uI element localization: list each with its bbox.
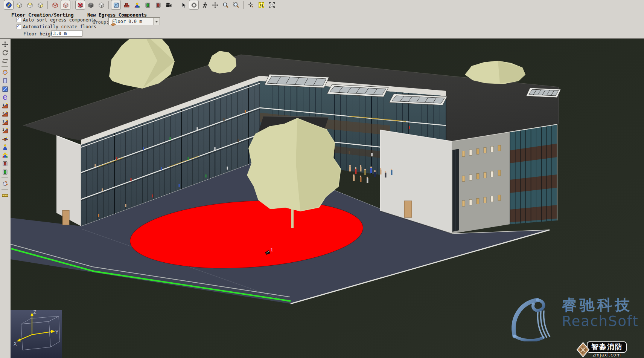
camera-icon [166, 2, 172, 8]
pan-view-button [1, 40, 9, 48]
view-side-button[interactable] [35, 0, 45, 10]
rectangle-room-tool-button[interactable] [1, 76, 9, 85]
svg-text:2: 2 [2, 111, 4, 115]
stairs-two-point-tool-button[interactable]: 2 [1, 110, 9, 118]
stairs-one-point-tool-button[interactable]: 1 [1, 101, 9, 110]
bricks-icon [123, 2, 130, 8]
auto-floors-checkbox-box[interactable] [17, 24, 21, 29]
orbit-tool-button[interactable] [189, 0, 199, 10]
zoom-extents-button[interactable] [267, 0, 277, 10]
ramp-one-point-tool-button[interactable]: 1 [1, 118, 9, 126]
ramp-1-icon: 1 [2, 119, 8, 125]
show-obstructions-button[interactable] [122, 0, 131, 10]
extrude-tool-button[interactable] [1, 93, 9, 101]
left-end-wall [56, 136, 81, 226]
show-exit-doors-button[interactable] [143, 0, 152, 10]
ribbon: Floor Creation/Sorting Auto sort egress … [0, 11, 644, 39]
zoom-all-button[interactable] [256, 0, 266, 10]
wireframe-cube-icon [52, 2, 58, 8]
door-red-icon [155, 2, 161, 8]
polygon-icon [2, 69, 8, 76]
view-rotate-icon [6, 2, 12, 8]
vendor-badge-text: 智淼消防 [587, 341, 627, 353]
toolbar-separator [176, 1, 176, 9]
door-tool-button[interactable] [1, 159, 9, 168]
rectangle-icon [2, 78, 8, 84]
zoom-tool-button[interactable] [221, 0, 230, 10]
people-icon [134, 2, 140, 8]
toolbar-separator [2, 189, 8, 190]
thin-room-tool-button[interactable] [1, 85, 9, 93]
cube-light-icon [98, 2, 105, 8]
axis-z-label: Z [33, 309, 36, 315]
measure-tool-button[interactable] [1, 191, 9, 199]
show-light-solid-button[interactable] [96, 0, 106, 10]
right-building [380, 124, 557, 234]
ruler-icon [2, 192, 8, 199]
left-toolbar: 1212 [0, 39, 10, 358]
view-front-button[interactable] [14, 0, 24, 10]
select-arrow-icon [180, 2, 187, 8]
walk-tool-button[interactable] [199, 0, 209, 10]
prism-icon [2, 94, 8, 101]
toolbar-separator [108, 1, 109, 9]
zoom-box-tool-button[interactable] [231, 0, 241, 10]
crosshair-magnifier-icon [248, 2, 254, 8]
door-red-icon [2, 161, 8, 167]
occupant-tool-button[interactable] [1, 143, 9, 151]
stairs-1-icon: 1 [2, 103, 8, 109]
scene-3d: 1 [11, 39, 644, 358]
occupant-region-tool-button[interactable] [1, 135, 9, 143]
camera-views-button[interactable] [164, 0, 174, 10]
person-group-icon [2, 152, 8, 159]
wireframe-mode-button[interactable] [50, 0, 60, 10]
axis-gizmo: Z Y X [11, 309, 62, 358]
select-tool-button[interactable] [178, 0, 188, 10]
view-front-icon [16, 2, 23, 8]
edit-vertices-tool-button[interactable] [1, 179, 9, 188]
floor-panel-title: Floor Creation/Sorting [11, 12, 74, 18]
show-glass-button[interactable] [111, 0, 121, 10]
show-doors-button[interactable] [153, 0, 163, 10]
group-combobox[interactable]: Floor 0.0 m [108, 17, 160, 25]
door-green-icon [2, 169, 8, 175]
show-occupants-button[interactable] [132, 0, 142, 10]
solid-mode-button[interactable] [61, 0, 70, 10]
svg-text:1: 1 [2, 119, 4, 123]
orbit-icon [191, 2, 197, 8]
viewport-3d[interactable]: 1 [11, 39, 644, 358]
person-icon [2, 144, 8, 150]
show-dark-solid-button[interactable] [86, 0, 96, 10]
vendor-badge-domain: zmjaxf.com [592, 352, 621, 358]
view-top-button[interactable] [25, 0, 35, 10]
auto-sort-checkbox-box[interactable] [17, 18, 21, 22]
pan-icon [212, 2, 218, 8]
exit-door-tool-button[interactable] [1, 168, 9, 176]
hide-objects-button[interactable] [75, 0, 85, 10]
rotate-arrow-icon [2, 49, 8, 56]
svg-text:1: 1 [2, 103, 4, 106]
pan-tool-button[interactable] [210, 0, 220, 10]
auto-sort-checkbox[interactable]: Auto sort egress components [17, 17, 96, 23]
group-label: Group: [93, 20, 109, 25]
magnifier-box-icon [233, 2, 239, 8]
rotate-view-button [1, 48, 9, 57]
view-top-icon [27, 2, 33, 8]
combo-dropdown-arrow[interactable] [153, 18, 160, 25]
ramp-two-point-tool-button[interactable]: 2 [1, 126, 9, 135]
polygon-room-tool-button[interactable] [1, 68, 9, 76]
auto-sort-checkbox-label: Auto sort egress components [23, 17, 96, 23]
axis-x-label: X [14, 341, 17, 347]
glass-slash-icon [2, 86, 8, 92]
view-rotate-button[interactable] [4, 0, 14, 10]
svg-text:2: 2 [2, 128, 4, 131]
occupant-region-icon [2, 136, 8, 142]
stairs-2-icon: 2 [2, 111, 8, 117]
occupant-group-tool-button[interactable] [1, 151, 9, 159]
ramp-2-icon: 2 [2, 127, 8, 134]
zoom-point-button[interactable] [246, 0, 256, 10]
vendor-badge: 智淼消防 zmjaxf.com [576, 341, 627, 358]
glass-pane-icon [113, 2, 119, 8]
floor-height-input[interactable] [52, 30, 82, 37]
auto-floors-checkbox[interactable]: Automatically create floors [17, 24, 96, 29]
